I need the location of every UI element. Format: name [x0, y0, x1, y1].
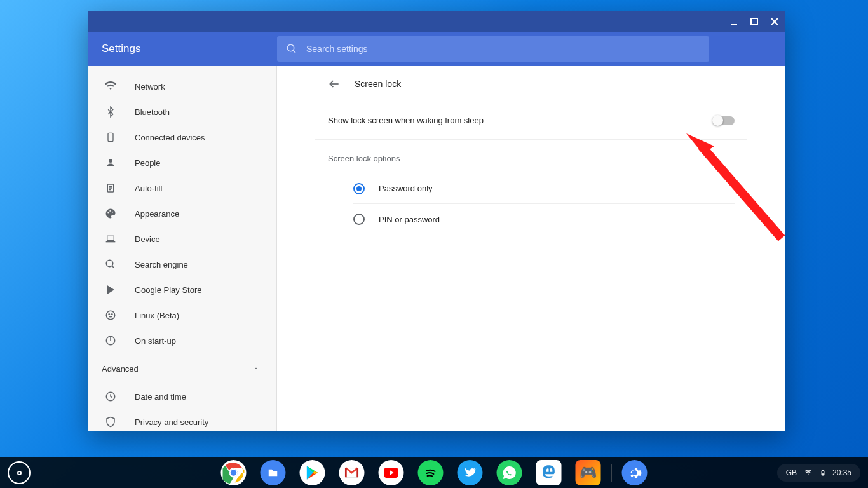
svg-rect-1 [751, 18, 757, 25]
tray-locale: GB [786, 468, 797, 477]
app-settings-active[interactable] [622, 460, 648, 485]
sidebar-item-label: Network [135, 82, 165, 92]
window-titlebar [88, 11, 785, 32]
sidebar-item-network[interactable]: Network [88, 74, 276, 99]
sidebar: Network Bluetooth Connected devices Peop… [88, 66, 277, 431]
shelf: 🎮 GB 20:35 [0, 458, 868, 488]
phone-icon [104, 131, 117, 144]
launcher-icon [17, 471, 22, 475]
search-box[interactable] [277, 36, 709, 62]
svg-point-21 [112, 314, 113, 315]
sidebar-advanced-label: Advanced [102, 364, 139, 374]
maximize-button[interactable] [749, 16, 760, 27]
sidebar-item-autofill[interactable]: Auto-fill [88, 175, 276, 201]
sidebar-item-label: Appearance [135, 209, 179, 219]
sidebar-item-startup[interactable]: On start-up [88, 328, 276, 353]
sidebar-item-people[interactable]: People [88, 150, 276, 175]
shield-icon [104, 416, 117, 428]
sidebar-item-device[interactable]: Device [88, 226, 276, 252]
sidebar-item-privacy[interactable]: Privacy and security [88, 409, 276, 431]
option-pin-or-password[interactable]: PIN or password [353, 204, 735, 234]
sidebar-item-connected-devices[interactable]: Connected devices [88, 125, 276, 150]
option-label: PIN or password [379, 215, 440, 224]
sidebar-item-appearance[interactable]: Appearance [88, 201, 276, 226]
app-spotify[interactable] [418, 460, 444, 485]
sidebar-item-linux[interactable]: Linux (Beta) [88, 302, 276, 328]
app-twitter[interactable] [458, 460, 483, 485]
sidebar-advanced-toggle[interactable]: Advanced [88, 353, 276, 384]
sidebar-item-bluetooth[interactable]: Bluetooth [88, 99, 276, 125]
option-password-only[interactable]: Password only [353, 173, 735, 204]
sidebar-item-play-store[interactable]: Google Play Store [88, 277, 276, 302]
sidebar-item-label: Linux (Beta) [135, 311, 179, 320]
option-label: Password only [379, 184, 433, 193]
settings-window: Settings Network Bluetooth Connected dev… [88, 11, 785, 431]
clipboard-icon [104, 182, 117, 194]
chevron-up-icon [252, 365, 260, 372]
options-heading: Screen lock options [315, 140, 747, 173]
sidebar-item-label: Privacy and security [135, 417, 208, 427]
app-gmail[interactable] [339, 460, 365, 485]
app-youtube[interactable] [379, 460, 404, 485]
page-header: Screen lock [315, 66, 747, 102]
shelf-apps: 🎮 [221, 460, 648, 485]
radio-icon [353, 183, 365, 194]
person-icon [104, 156, 117, 169]
svg-rect-6 [108, 133, 113, 141]
sidebar-item-label: Connected devices [135, 133, 205, 142]
app-game[interactable]: 🎮 [576, 460, 601, 485]
svg-point-4 [287, 44, 294, 51]
svg-point-19 [106, 311, 115, 320]
main-content: Screen lock Show lock screen when waking… [277, 66, 785, 431]
svg-point-7 [109, 159, 112, 163]
app-header: Settings [88, 32, 785, 66]
power-icon [104, 334, 117, 347]
back-button[interactable] [327, 76, 342, 92]
svg-line-5 [293, 50, 295, 53]
search-icon [286, 43, 297, 55]
wifi-status-icon [803, 469, 813, 477]
close-button[interactable] [769, 16, 780, 27]
tray-time: 20:35 [832, 468, 851, 477]
linux-icon [104, 309, 117, 322]
screen-lock-options: Password only PIN or password [315, 173, 747, 234]
toggle-row-lock-on-wake: Show lock screen when waking from sleep [315, 102, 747, 140]
sidebar-item-label: Google Play Store [135, 285, 202, 295]
wifi-icon [104, 80, 117, 93]
sidebar-item-label: On start-up [135, 336, 176, 346]
svg-line-18 [112, 266, 114, 268]
search-input[interactable] [306, 44, 700, 54]
app-play-store[interactable] [300, 460, 325, 485]
app-whatsapp[interactable] [497, 460, 522, 485]
sidebar-item-search-engine[interactable]: Search engine [88, 252, 276, 277]
svg-point-20 [109, 314, 110, 315]
palette-icon [104, 207, 117, 220]
sidebar-item-label: Search engine [135, 260, 188, 269]
bluetooth-icon [104, 105, 117, 118]
system-tray[interactable]: GB 20:35 [777, 464, 860, 482]
sidebar-item-label: Bluetooth [135, 107, 170, 117]
svg-point-14 [112, 212, 113, 213]
clock-icon [104, 390, 117, 403]
page-title: Screen lock [355, 79, 401, 89]
toggle-lock-on-wake[interactable] [714, 116, 735, 125]
svg-point-12 [107, 212, 109, 214]
battery-status-icon [820, 468, 826, 478]
sidebar-item-label: Device [135, 234, 160, 244]
search-icon [104, 258, 117, 271]
minimize-button[interactable] [728, 16, 740, 27]
laptop-icon [104, 233, 117, 245]
radio-icon [353, 214, 365, 225]
svg-rect-35 [822, 470, 824, 471]
toggle-label: Show lock screen when waking from sleep [328, 116, 484, 125]
app-chrome[interactable] [221, 460, 247, 485]
toggle-knob [712, 115, 723, 126]
app-title: Settings [102, 43, 277, 55]
svg-rect-15 [107, 236, 114, 240]
svg-point-13 [109, 210, 111, 212]
svg-point-17 [106, 260, 113, 267]
launcher-button[interactable] [8, 461, 31, 484]
app-files[interactable] [261, 460, 286, 485]
sidebar-item-date-time[interactable]: Date and time [88, 384, 276, 409]
app-mastodon[interactable] [536, 460, 562, 485]
